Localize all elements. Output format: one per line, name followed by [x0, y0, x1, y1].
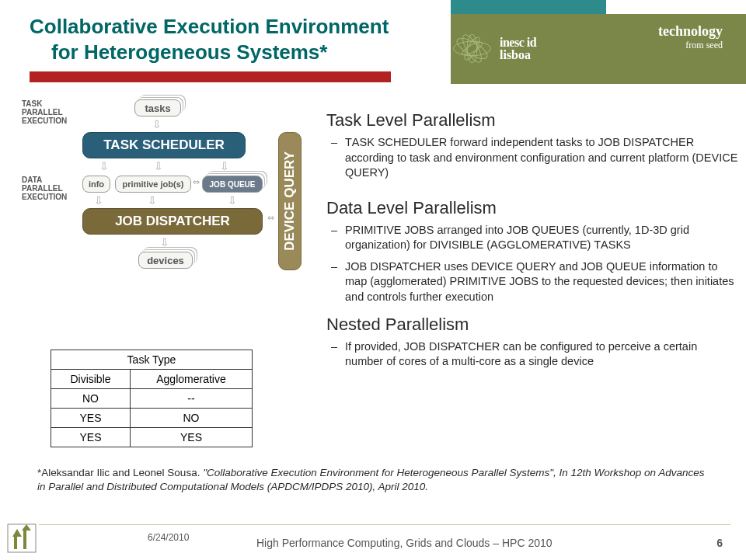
svg-rect-8: [23, 530, 26, 549]
table-row: YESNO: [51, 409, 253, 428]
bullet: PRIMITIVE JOBS arranged into JOB QUEUES …: [345, 223, 738, 253]
arrow-down-icon: ⇩: [228, 194, 237, 207]
logo-text-bot: lisboa: [500, 48, 536, 62]
section-nested: Nested Parallelism: [326, 315, 738, 335]
arrow-bidir-icon: ⇔: [267, 213, 274, 223]
logo-swirl-icon: [451, 27, 493, 70]
arrow-down-icon: ⇩: [160, 236, 169, 249]
arrow-down-icon: ⇩: [99, 160, 109, 172]
job-queue-box: JOB QUEUE: [202, 176, 263, 193]
arrow-down-icon: ⇩: [220, 160, 229, 172]
bullet: TASK SCHEDULER forward independent tasks…: [345, 135, 738, 181]
svg-rect-6: [8, 524, 36, 552]
section-data-level: Data Level Parallelism: [326, 198, 738, 218]
bullet: JOB DISPATCHER uses DEVICE QUERY and JOB…: [345, 259, 738, 305]
table-header: Task Type: [51, 350, 253, 370]
teal-accent: [451, 0, 606, 14]
technology-label: technology from seed: [658, 23, 723, 51]
task-parallel-label: TASK PARALLEL EXECUTION: [22, 99, 76, 125]
task-type-table: Task Type Divisible Agglomerative NO-- Y…: [51, 350, 253, 447]
info-box: info: [82, 176, 110, 193]
job-dispatcher-box: JOB DISPATCHER: [82, 208, 263, 235]
svg-point-0: [454, 41, 491, 55]
footer-conference: High Performance Computing, Grids and Cl…: [256, 537, 553, 549]
arrow-down-icon: ⇩: [94, 194, 103, 207]
slide-title: Collaborative Execution Environment for …: [30, 14, 389, 64]
logo-text: inesc id lisboa: [500, 36, 536, 62]
citation: *Aleksandar Ilic and Leonel Sousa. "Coll…: [37, 466, 713, 493]
bullet: If provided, JOB DISPATCHER can be confi…: [345, 339, 738, 370]
footer-date: 6/24/2010: [148, 532, 189, 543]
footer: 6/24/2010 High Performance Computing, Gr…: [0, 517, 746, 560]
svg-point-2: [459, 32, 485, 64]
device-query-box: DEVICE QUERY: [278, 132, 302, 270]
section-task-level: Task Level Parallelism: [326, 110, 738, 130]
arrow-down-icon: ⇩: [148, 194, 157, 207]
tech-line2: from seed: [658, 40, 723, 51]
col-divisible: Divisible: [51, 370, 131, 389]
tech-line1: technology: [658, 23, 723, 40]
title-line1: Collaborative Execution Environment: [30, 15, 389, 38]
title-underline: [30, 71, 391, 82]
title-line2: for Heterogeneous Systems*: [51, 40, 389, 65]
logo-area: inesc id lisboa: [451, 19, 591, 78]
content-area: Task Level Parallelism TASK SCHEDULER fo…: [326, 101, 738, 376]
devices-box: devices: [138, 252, 193, 269]
arrow-down-icon: ⇩: [154, 160, 163, 172]
arrow-down-icon: ⇩: [152, 118, 162, 130]
architecture-diagram: TASK PARALLEL EXECUTION DATA PARALLEL EX…: [22, 99, 317, 332]
arrow-bidir-icon: ⇔: [193, 177, 200, 187]
table-row: NO--: [51, 389, 253, 409]
device-query-label: DEVICE QUERY: [282, 151, 298, 251]
table-row: YESYES: [51, 428, 253, 447]
logo-text-top: inesc id: [500, 36, 536, 50]
tasks-box: tasks: [134, 99, 181, 117]
footer-logo-icon: [6, 523, 37, 554]
task-scheduler-box: TASK SCHEDULER: [82, 132, 246, 158]
footer-page-number: 6: [716, 537, 723, 549]
svg-rect-7: [14, 537, 17, 549]
data-parallel-label: DATA PARALLEL EXECUTION: [22, 176, 76, 201]
primitive-jobs-box: primitive job(s): [115, 176, 191, 193]
footer-divider: [39, 524, 730, 525]
col-agglomerative: Agglomerative: [130, 370, 252, 389]
